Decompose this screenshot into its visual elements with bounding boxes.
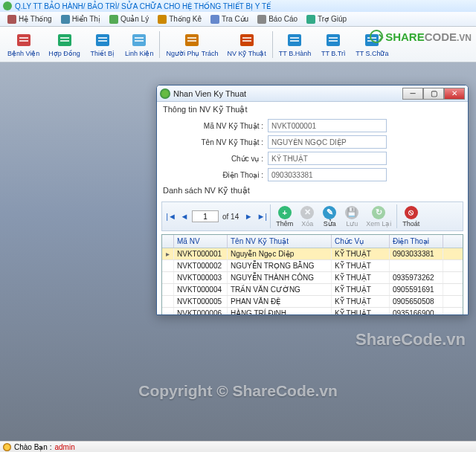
toolbar-icon — [238, 31, 256, 49]
grid-header: Mã NV Tên NV Kỹ Thuật Chức Vụ Điện Thoại — [162, 235, 463, 248]
menu-icon — [158, 15, 167, 24]
table-row[interactable]: NVKT000005PHAN VĂN ĐỆKỸ THUẬT0905650508 — [162, 296, 463, 308]
toolbar-icon — [286, 31, 303, 49]
watermark-sharecode: ShareCode.vn — [356, 330, 466, 349]
menu-báo-cáo[interactable]: Báo Cáo — [253, 13, 302, 25]
watermark-copyright: Copyright © ShareCode.vn — [0, 382, 476, 400]
menu-tra-cứu[interactable]: Tra Cứu — [206, 13, 253, 25]
delete-button[interactable]: ✕ Xóa — [296, 206, 318, 227]
dialog-icon — [160, 88, 170, 99]
toolbar-icon — [130, 31, 148, 49]
table-row[interactable]: NVKT000006HÀNG TRÍ ĐỊNHKỸ THUẬT093516690… — [162, 308, 463, 315]
table-row[interactable]: NVKT000003NGUYỄN THÀNH CÔNGKỸ THUẬT09359… — [162, 272, 463, 284]
label-dienthoai: Điện Thoại : — [193, 171, 263, 179]
menu-icon — [257, 15, 266, 24]
pager: |◄ ◄ of 14 ► ►| — [165, 210, 268, 222]
menu-hiển-thị[interactable]: Hiển Thị — [57, 13, 105, 25]
action-bar: |◄ ◄ of 14 ► ►| + Thêm ✕ Xóa ✎ — [161, 201, 463, 231]
svg-rect-11 — [135, 40, 144, 42]
minimize-button[interactable]: ─ — [402, 88, 423, 100]
toolbar-hợp-đồng[interactable]: Hợp Đồng — [44, 30, 85, 59]
input-chucvu[interactable] — [268, 152, 387, 165]
add-button[interactable]: + Thêm — [273, 206, 296, 227]
pager-current[interactable] — [192, 210, 219, 222]
menu-icon — [306, 15, 315, 24]
close-button[interactable]: ✕ — [444, 88, 465, 100]
pager-prev[interactable]: ◄ — [178, 210, 190, 222]
col-dienthoai[interactable]: Điện Thoại — [390, 235, 443, 248]
group-info-label: Thông tin NV Kỹ Thuật — [157, 102, 468, 117]
menu-quản-lý[interactable]: Quản Lý — [105, 13, 153, 25]
sharecode-logo: SHARECODE.VN — [370, 30, 472, 43]
toolbar-thiết-bị[interactable]: Thiết Bị — [85, 30, 120, 59]
input-dienthoai[interactable] — [268, 168, 387, 181]
toolbar-icon — [183, 31, 201, 49]
toolbar-tt-b-hành[interactable]: TT B.Hành — [274, 30, 315, 59]
logo-icon — [370, 30, 383, 43]
pencil-icon: ✎ — [323, 206, 336, 219]
pager-first[interactable]: |◄ — [165, 210, 177, 222]
status-bar: Chào Bạn : admin — [0, 441, 476, 452]
refresh-icon: ↻ — [372, 206, 385, 219]
toolbar-linh-kiện[interactable]: Linh Kiện — [120, 30, 158, 59]
svg-rect-1 — [19, 37, 28, 39]
table-row[interactable]: NVKT000002NGUYỄN TRỌNG BẰNGKỸ THUẬT — [162, 260, 463, 272]
input-ten[interactable] — [268, 135, 387, 149]
menu-hệ-thống[interactable]: Hệ Thống — [3, 13, 57, 25]
menu-icon — [210, 15, 219, 24]
menu-trợ-giúp[interactable]: Trợ Giúp — [302, 13, 351, 25]
table-row[interactable]: ▸NVKT000001Nguyễn Ngọc DiệpKỸ THUẬT09030… — [162, 248, 463, 260]
pager-total: of 14 — [220, 213, 241, 221]
svg-rect-5 — [60, 40, 69, 42]
toolbar-icon — [94, 31, 112, 49]
svg-rect-19 — [290, 37, 299, 39]
menu-icon — [7, 15, 16, 24]
edit-button[interactable]: ✎ Sửa — [318, 206, 341, 227]
data-grid[interactable]: Mã NV Tên NV Kỹ Thuật Chức Vụ Điện Thoại… — [161, 234, 463, 315]
svg-rect-16 — [242, 37, 251, 39]
toolbar-icon — [56, 31, 74, 49]
status-user: admin — [54, 443, 74, 451]
svg-rect-4 — [60, 37, 69, 39]
svg-rect-2 — [19, 40, 28, 42]
x-icon: ✕ — [300, 206, 314, 219]
svg-rect-17 — [242, 40, 251, 42]
status-icon — [3, 443, 11, 451]
toolbar-tt-b-trì[interactable]: TT B.Trì — [315, 30, 351, 59]
col-ma[interactable]: Mã NV — [174, 235, 228, 248]
toolbar-bệnh-viện[interactable]: Bệnh Viện — [3, 30, 44, 59]
menu-icon — [109, 15, 118, 24]
refresh-button[interactable]: ↻ Xem Lại — [363, 206, 394, 227]
stop-icon: ⦸ — [405, 206, 418, 219]
svg-rect-14 — [187, 40, 196, 42]
svg-rect-7 — [98, 37, 107, 39]
menu-thống-kê[interactable]: Thống Kê — [153, 13, 206, 25]
dialog-nhan-vien-ky-thuat: Nhan Vien Ky Thuat ─ ▢ ✕ Thông tin NV Kỹ… — [156, 85, 469, 315]
col-chucvu[interactable]: Chức Vụ — [332, 235, 390, 248]
label-chucvu: Chức vụ : — [193, 155, 263, 163]
col-ten[interactable]: Tên NV Kỹ Thuật — [228, 235, 332, 248]
app-title-text: Q.LY TT BẢO HÀNH/ BẢO TRÌ/ SỬA CHỮA CHO … — [15, 2, 271, 10]
group-list-label: Danh sách NV Kỹ thuật — [157, 183, 468, 198]
table-row[interactable]: NVKT000004TRẦN VĂN CƯỜNGKỸ THUẬT09055916… — [162, 284, 463, 296]
save-button[interactable]: 💾 Lưu — [341, 206, 363, 227]
svg-rect-22 — [329, 37, 338, 39]
label-ten: Tên NV Kỹ Thuật : — [193, 138, 263, 146]
plus-icon: + — [278, 206, 292, 219]
mdi-workspace: Nhan Vien Ky Thuat ─ ▢ ✕ Thông tin NV Kỹ… — [0, 62, 476, 442]
toolbar-icon — [15, 31, 33, 49]
svg-rect-8 — [98, 40, 107, 42]
exit-button[interactable]: ⦸ Thoát — [399, 206, 422, 227]
toolbar-nv-kỹ-thuật[interactable]: NV Kỹ Thuật — [222, 30, 270, 59]
maximize-button[interactable]: ▢ — [423, 88, 444, 100]
dialog-titlebar[interactable]: Nhan Vien Ky Thuat ─ ▢ ✕ — [157, 85, 468, 102]
pager-next[interactable]: ► — [242, 210, 254, 222]
status-label: Chào Bạn : — [14, 443, 51, 451]
disk-icon: 💾 — [345, 206, 358, 219]
svg-rect-10 — [135, 37, 144, 39]
input-ma[interactable] — [268, 119, 387, 132]
toolbar-icon — [324, 31, 342, 49]
toolbar-người-phụ-trách[interactable]: Người Phụ Trách — [161, 30, 222, 59]
svg-rect-13 — [187, 37, 196, 39]
pager-last[interactable]: ►| — [256, 210, 268, 222]
